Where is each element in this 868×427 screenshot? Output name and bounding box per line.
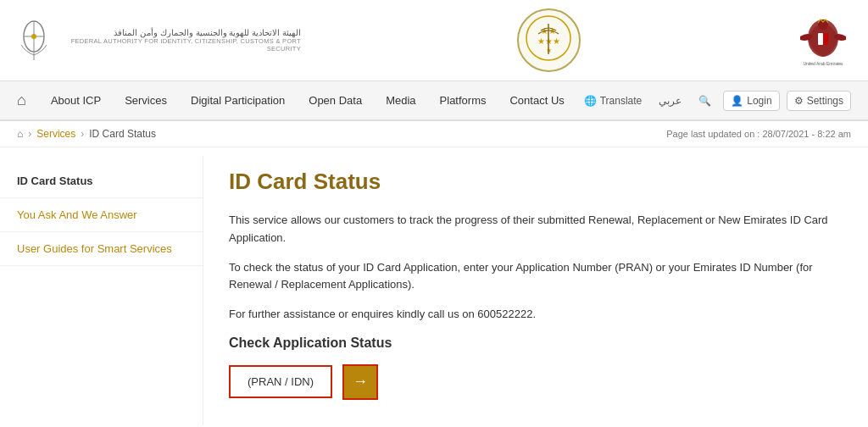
nav-left: ⌂ About ICP Services Digital Participati… (17, 81, 576, 119)
svg-rect-12 (823, 33, 828, 45)
login-label: Login (747, 95, 771, 107)
svg-rect-11 (818, 33, 823, 45)
page-title: ID Card Status (229, 169, 843, 195)
breadcrumb-bar: ⌂ › Services › ID Card Status Page last … (0, 121, 868, 147)
breadcrumb-left: ⌂ › Services › ID Card Status (17, 128, 156, 140)
sidebar-item-id-card-status[interactable]: ID Card Status (0, 164, 203, 198)
uae-emblem: United Arab Emirates (796, 13, 851, 68)
nav-item-contact[interactable]: Contact Us (498, 82, 576, 119)
content-para-2: To check the status of your ID Card Appl… (229, 259, 843, 295)
breadcrumb-sep-1: › (28, 128, 31, 140)
nav-right: 🌐 Translate عربي 🔍 👤 Login ⚙ Settings (579, 91, 851, 111)
svg-text:United Arab Emirates: United Arab Emirates (803, 61, 843, 66)
nav-item-about[interactable]: About ICP (39, 82, 113, 119)
breadcrumb-current: ID Card Status (89, 128, 156, 140)
settings-label: Settings (807, 95, 843, 107)
content-para-1: This service allows our customers to tra… (229, 212, 843, 247)
search-button[interactable]: 🔍 (693, 92, 716, 110)
main-content: ID Card Status This service allows our c… (203, 156, 868, 425)
breadcrumb-home-icon[interactable]: ⌂ (17, 128, 23, 140)
sidebar: ID Card Status You Ask And We Answer Use… (0, 156, 203, 425)
sidebar-item-user-guides[interactable]: User Guides for Smart Services (0, 232, 203, 266)
search-icon: 🔍 (698, 95, 711, 107)
login-button[interactable]: 👤 Login (723, 91, 779, 111)
center-logo: ★★ ★★★ ★ (517, 8, 581, 72)
nav-item-media[interactable]: Media (374, 82, 427, 119)
arabic-button[interactable]: عربي (654, 92, 687, 110)
header-left: الهيئة الاتحادية للهوية والجنسية والجمار… (17, 19, 301, 62)
breadcrumb-sep-2: › (81, 128, 84, 140)
navbar: ⌂ About ICP Services Digital Participati… (0, 81, 868, 121)
nav-item-opendata[interactable]: Open Data (297, 82, 374, 119)
translate-icon: 🌐 (584, 95, 597, 107)
svg-point-3 (31, 34, 36, 39)
arabic-label: عربي (659, 95, 682, 107)
check-status-title: Check Application Status (229, 336, 843, 351)
settings-icon: ⚙ (794, 95, 804, 107)
english-title: FEDERAL AUTHORITY FOR IDENTITY, CITIZENS… (64, 37, 301, 53)
breadcrumb-services-link[interactable]: Services (36, 128, 75, 140)
arabic-title: الهيئة الاتحادية للهوية والجنسية والجمار… (114, 28, 301, 37)
settings-button[interactable]: ⚙ Settings (787, 91, 851, 111)
nav-item-digital[interactable]: Digital Participation (179, 82, 297, 119)
action-row: (PRAN / IDN) → (229, 364, 843, 400)
nav-item-services[interactable]: Services (113, 82, 179, 119)
sidebar-item-you-ask[interactable]: You Ask And We Answer (0, 198, 203, 232)
pran-idn-button[interactable]: (PRAN / IDN) (229, 365, 332, 398)
logo-icon (17, 19, 51, 62)
translate-button[interactable]: 🌐 Translate (579, 92, 648, 110)
arrow-button[interactable]: → (342, 364, 378, 400)
translate-label: Translate (600, 95, 643, 107)
center-logo-stars: ★★ ★★★ ★ (526, 15, 572, 66)
site-header: الهيئة الاتحادية للهوية والجنسية والجمار… (0, 0, 868, 81)
nav-home-icon[interactable]: ⌂ (17, 81, 39, 119)
nav-item-platforms[interactable]: Platforms (428, 82, 498, 119)
content-para-3: For further assistance or enquires kindl… (229, 306, 843, 324)
logo-text: الهيئة الاتحادية للهوية والجنسية والجمار… (64, 28, 301, 53)
main-layout: ID Card Status You Ask And We Answer Use… (0, 147, 868, 427)
header-right: United Arab Emirates (796, 13, 851, 68)
breadcrumb-last-updated: Page last updated on : 28/07/2021 - 8:22… (666, 129, 851, 139)
login-icon: 👤 (731, 95, 743, 107)
